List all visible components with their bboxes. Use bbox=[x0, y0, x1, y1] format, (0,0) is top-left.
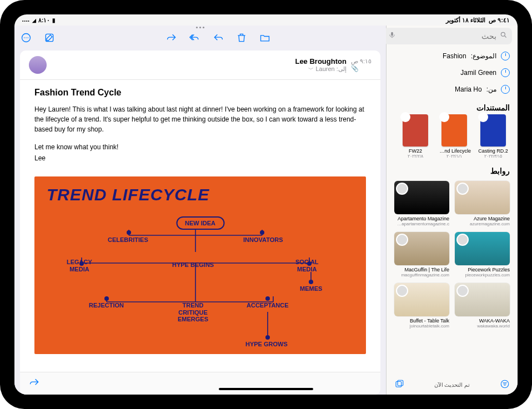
link-sub: wakawaka.world bbox=[455, 324, 510, 329]
dot-icon bbox=[309, 280, 313, 284]
to-name: Lauren bbox=[315, 65, 334, 72]
status-indicators: ٨:١٠ bbox=[22, 17, 56, 24]
mic-icon[interactable] bbox=[388, 31, 396, 41]
message-footer bbox=[20, 372, 380, 395]
dot-icon bbox=[265, 296, 270, 301]
document-thumb bbox=[441, 114, 467, 147]
link-tile[interactable]: WAKA-WAKA wakawaka.world bbox=[455, 283, 510, 329]
suggestion-value: Fashion bbox=[443, 52, 466, 60]
recent-icon bbox=[501, 52, 510, 60]
link-sub: macguffinmagazine.com bbox=[394, 272, 449, 277]
document-thumb bbox=[480, 114, 506, 147]
node-innovators: INNOVATORS bbox=[243, 236, 283, 244]
recent-icon bbox=[501, 68, 510, 77]
infographic-title: TREND LIFECYCLE bbox=[34, 176, 366, 204]
body-signature: Lee bbox=[34, 153, 366, 163]
device-frame: ٩:٤١ ص الثلاثاء ١٨ أكتوبر ٨:١٠ bbox=[0, 0, 532, 409]
document-card[interactable]: FW22 ٢٠٢٢/٢/٨ bbox=[399, 114, 432, 159]
link-tile[interactable]: Azure Magazine azuremagazine.com bbox=[455, 181, 510, 226]
svg-point-0 bbox=[501, 32, 505, 36]
compose-button[interactable] bbox=[43, 32, 56, 44]
node-memes: MEMES bbox=[300, 285, 322, 292]
share-forward-button[interactable] bbox=[165, 32, 178, 44]
dot-icon bbox=[265, 335, 270, 340]
node-new-idea: NEW IDEA bbox=[176, 216, 224, 230]
sender-name[interactable]: Lee Broughton bbox=[51, 57, 347, 65]
suggestion-subject[interactable]: الموضوع: Fashion bbox=[394, 48, 510, 64]
document-date: ٢٠٢٢/٢/٨ bbox=[399, 154, 432, 159]
search-field[interactable] bbox=[384, 28, 512, 44]
suggestion-from[interactable]: من: Maria Ho bbox=[394, 81, 510, 98]
to-label: إلى: bbox=[337, 65, 347, 72]
link-sub: pieceworkpuzzles.com bbox=[455, 272, 510, 277]
link-thumb bbox=[394, 181, 449, 214]
link-sub: apartamentomagazine.c… bbox=[394, 221, 449, 226]
node-celebrities: CELEBRITIES bbox=[108, 236, 148, 244]
suggestion-person[interactable]: Jamil Green bbox=[394, 64, 510, 81]
suggestion-value: Jamil Green bbox=[460, 69, 496, 77]
filter-icon[interactable] bbox=[500, 379, 510, 390]
message-body: Hey Lauren! This is what I was talking a… bbox=[20, 102, 380, 173]
recent-icon bbox=[501, 85, 510, 94]
link-title: Azure Magazine bbox=[455, 216, 510, 221]
link-thumb bbox=[455, 181, 510, 214]
status-time: ٩:٤١ ص الثلاثاء ١٨ أكتوبر bbox=[446, 17, 510, 24]
trash-button[interactable] bbox=[235, 32, 248, 44]
document-title: Casting RD.2 bbox=[476, 148, 510, 154]
link-sub: joinourtabletalk.com bbox=[394, 324, 449, 329]
link-title: Buffet - Table Talk bbox=[394, 318, 449, 324]
sidebar-footer: تم التحديث الآن bbox=[387, 375, 518, 395]
node-acceptance: ACCEPTANCE bbox=[247, 302, 289, 309]
status-time-text: ٩:٤١ ص bbox=[489, 17, 510, 23]
link-thumb bbox=[455, 283, 510, 316]
sidebar-status-text: تم التحديث الآن bbox=[434, 382, 470, 388]
links-grid: Azure Magazine azuremagazine.com Apartam… bbox=[387, 178, 518, 332]
link-tile[interactable]: Apartamento Magazine apartamentomagazine… bbox=[394, 181, 449, 226]
window-icon[interactable] bbox=[394, 379, 404, 390]
dot-icon bbox=[307, 261, 312, 266]
signal-icon bbox=[22, 17, 30, 23]
suggestion-prefix: الموضوع: bbox=[471, 52, 496, 60]
forward-button[interactable] bbox=[29, 380, 40, 390]
more-button[interactable] bbox=[20, 32, 32, 44]
folder-button[interactable] bbox=[259, 32, 271, 44]
diagram-lines bbox=[34, 213, 366, 354]
wifi-icon bbox=[32, 17, 36, 23]
search-row: إلغاء bbox=[387, 26, 518, 47]
node-social-media: SOCIALMEDIA bbox=[295, 259, 319, 272]
svg-point-11 bbox=[26, 37, 27, 38]
dot-icon bbox=[260, 230, 264, 235]
sender-avatar[interactable] bbox=[29, 56, 47, 74]
search-icon bbox=[500, 31, 508, 41]
message-header: ٩:١٥ ص 📎 Lee Broughton إلى: Lauren ﹀ bbox=[20, 51, 380, 80]
suggestion-value: Maria Ho bbox=[455, 85, 482, 93]
reply-button[interactable] bbox=[212, 32, 224, 44]
document-title: Trend Lifecycle bbox=[438, 148, 471, 154]
search-input[interactable] bbox=[399, 32, 496, 41]
screen: ٩:٤١ ص الثلاثاء ١٨ أكتوبر ٨:١٠ bbox=[14, 14, 518, 395]
link-title: Piecework Puzzles bbox=[455, 267, 510, 272]
status-date-text: الثلاثاء ١٨ أكتوبر bbox=[446, 17, 485, 23]
section-links-title: روابط bbox=[387, 162, 518, 178]
reply-all-button[interactable] bbox=[189, 32, 201, 44]
link-tile[interactable]: MacGuffin | The Life macguffinmagazine.c… bbox=[394, 232, 449, 277]
home-indicator[interactable] bbox=[219, 388, 313, 390]
content-row: إلغاء الموضوع: Fashion Jamil Green من: bbox=[14, 26, 518, 395]
to-line[interactable]: إلى: Lauren ﹀ bbox=[51, 65, 347, 73]
body-paragraph: Let me know what you think! bbox=[34, 142, 366, 152]
document-card[interactable]: Casting RD.2 ٢٠٢٢/٣/١٥ bbox=[476, 114, 510, 159]
svg-point-10 bbox=[24, 37, 25, 38]
battery-icon bbox=[52, 17, 56, 23]
link-tile[interactable]: Piecework Puzzles pieceworkpuzzles.com bbox=[455, 232, 510, 277]
svg-point-12 bbox=[28, 37, 29, 38]
dot-icon bbox=[127, 230, 131, 235]
document-title: FW22 bbox=[399, 148, 432, 154]
link-title: MacGuffin | The Life bbox=[394, 267, 449, 272]
body-paragraph: Hey Lauren! This is what I was talking a… bbox=[34, 104, 366, 134]
node-rejection: REJECTION bbox=[89, 302, 124, 309]
message-time: ٩:١٥ ص bbox=[351, 58, 372, 65]
link-thumb bbox=[455, 232, 510, 265]
attachment-infographic[interactable]: TREND LIFECYCLE bbox=[34, 176, 366, 354]
link-tile[interactable]: Buffet - Table Talk joinourtabletalk.com bbox=[394, 283, 449, 329]
document-card[interactable]: Trend Lifecycle ٢٠٢٢/١/١ bbox=[438, 114, 471, 159]
